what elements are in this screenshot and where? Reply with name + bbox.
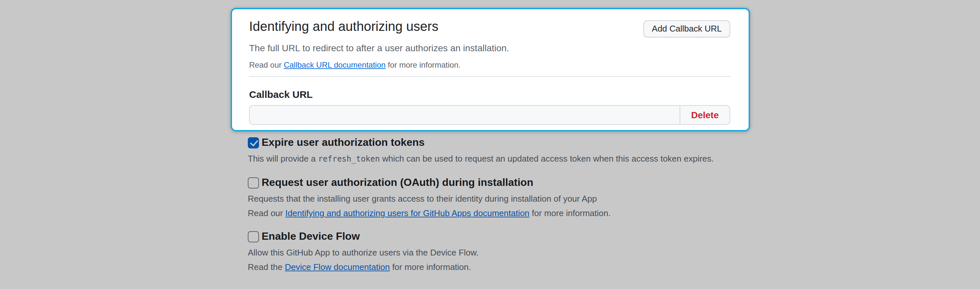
authorization-options-section: Expire user authorization tokens This wi… [248,135,974,283]
expire-tokens-row[interactable]: Expire user authorization tokens [248,135,974,151]
refresh-token-code: refresh_token [318,154,380,164]
request-oauth-checkbox[interactable] [248,177,259,188]
expire-tokens-description: This will provide a refresh_token which … [248,152,974,165]
device-flow-label[interactable]: Enable Device Flow [262,229,360,245]
callback-url-doc-note: Read our Callback URL documentation for … [249,59,730,71]
identifying-authorizing-users-card: Identifying and authorizing users Add Ca… [231,8,750,131]
request-oauth-label[interactable]: Request user authorization (OAuth) durin… [262,175,533,191]
checkmark-icon [250,138,258,146]
device-flow-row[interactable]: Enable Device Flow [248,229,974,245]
github-app-settings-page: Expire user authorization tokens This wi… [0,0,980,289]
callback-url-field-label: Callback URL [249,87,730,102]
option-expire-tokens: Expire user authorization tokens This wi… [248,135,974,165]
option-request-oauth: Request user authorization (OAuth) durin… [248,175,974,219]
callback-url-input[interactable] [250,106,680,124]
expire-tokens-label[interactable]: Expire user authorization tokens [262,135,425,151]
device-flow-checkbox[interactable] [248,231,259,242]
device-flow-doc-note: Read the Device Flow documentation for m… [248,261,974,273]
device-flow-docs-link[interactable]: Device Flow documentation [285,262,390,272]
device-flow-description: Allow this GitHub App to authorize users… [248,246,974,259]
request-oauth-description: Requests that the installing user grants… [248,192,974,205]
callback-url-docs-link[interactable]: Callback URL documentation [284,60,385,70]
option-device-flow: Enable Device Flow Allow this GitHub App… [248,229,974,273]
request-oauth-doc-note: Read our Identifying and authorizing use… [248,207,974,219]
divider [249,76,730,77]
card-title: Identifying and authorizing users [249,17,636,35]
card-description: The full URL to redirect to after a user… [249,41,730,55]
request-oauth-row[interactable]: Request user authorization (OAuth) durin… [248,175,974,191]
callback-url-input-group: Delete [249,105,730,125]
expire-tokens-checkbox[interactable] [248,137,259,148]
delete-callback-url-button[interactable]: Delete [680,106,730,124]
card-header: Identifying and authorizing users Add Ca… [249,17,730,37]
add-callback-url-button[interactable]: Add Callback URL [643,21,730,37]
identifying-authorizing-users-docs-link[interactable]: Identifying and authorizing users for Gi… [285,208,530,218]
